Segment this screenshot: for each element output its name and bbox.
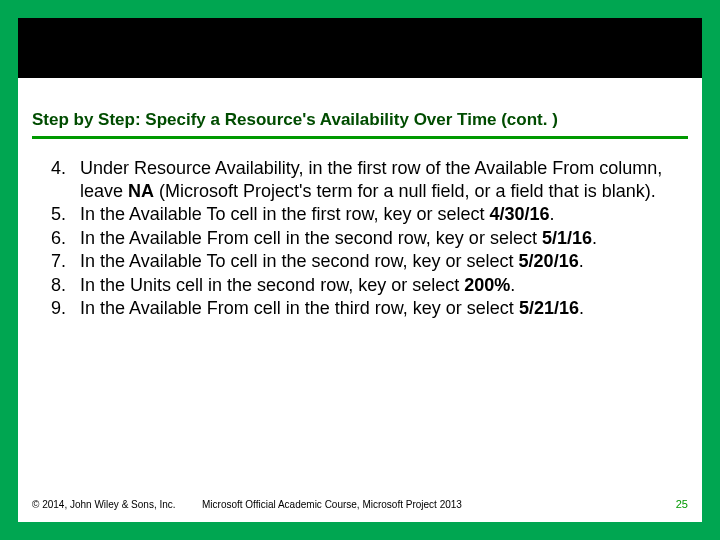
step-number: 6. (32, 227, 80, 250)
step-text: In the Available To cell in the second r… (80, 250, 688, 273)
step-item: 4.Under Resource Availability, in the fi… (32, 157, 688, 202)
step-item: 9.In the Available From cell in the thir… (32, 297, 688, 320)
footer-copyright: © 2014, John Wiley & Sons, Inc. (32, 499, 202, 510)
step-item: 6.In the Available From cell in the seco… (32, 227, 688, 250)
title-wrap: Step by Step: Specify a Resource's Avail… (32, 18, 688, 139)
footer: © 2014, John Wiley & Sons, Inc. Microsof… (32, 498, 688, 510)
slide-title: Step by Step: Specify a Resource's Avail… (32, 110, 688, 134)
step-number: 5. (32, 203, 80, 226)
step-item: 8.In the Units cell in the second row, k… (32, 274, 688, 297)
step-number: 7. (32, 250, 80, 273)
steps-list: 4.Under Resource Availability, in the fi… (32, 157, 688, 320)
step-text: In the Units cell in the second row, key… (80, 274, 688, 297)
step-text: In the Available To cell in the first ro… (80, 203, 688, 226)
step-number: 4. (32, 157, 80, 202)
footer-course: Microsoft Official Academic Course, Micr… (202, 499, 676, 510)
title-divider (32, 136, 688, 139)
slide-content: Step by Step: Specify a Resource's Avail… (18, 18, 702, 320)
slide-inner: Step by Step: Specify a Resource's Avail… (18, 18, 702, 522)
step-item: 7.In the Available To cell in the second… (32, 250, 688, 273)
step-text: In the Available From cell in the second… (80, 227, 688, 250)
step-text: In the Available From cell in the third … (80, 297, 688, 320)
footer-page-number: 25 (676, 498, 688, 510)
step-number: 8. (32, 274, 80, 297)
step-text: Under Resource Availability, in the firs… (80, 157, 688, 202)
step-item: 5.In the Available To cell in the first … (32, 203, 688, 226)
step-number: 9. (32, 297, 80, 320)
